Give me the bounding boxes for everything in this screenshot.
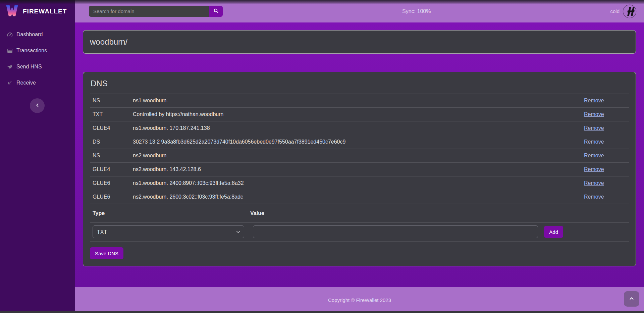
search-icon (213, 8, 219, 14)
dns-record-row: GLUE6 ns2.woodburn. 2600:3c02::f03c:93ff… (90, 190, 629, 204)
brand-link[interactable]: FIREWALLET (0, 0, 75, 22)
search-input[interactable] (89, 6, 209, 17)
sidebar-item-label: Dashboard (16, 32, 43, 38)
record-action-cell: Remove (584, 194, 628, 200)
record-type: GLUE4 (93, 166, 133, 172)
dns-record-row: GLUE4 ns1.woodburn. 170.187.241.138 Remo… (90, 121, 629, 135)
add-record-button[interactable]: Add (544, 226, 563, 238)
sidebar-item-label: Receive (16, 80, 36, 86)
record-remove-link[interactable]: Remove (584, 153, 604, 158)
sync-status: Sync: 100% (223, 8, 610, 14)
record-value: ns2.woodburn. 2600:3c02::f03c:93ff:fe5a:… (133, 194, 584, 200)
record-type: GLUE6 (93, 180, 133, 186)
record-value-input[interactable] (253, 225, 538, 238)
record-value: ns2.woodburn. (133, 153, 584, 159)
dashboard-gauge-icon (7, 32, 13, 38)
firewallet-logo-icon (5, 5, 19, 18)
sidebar-item-dashboard[interactable]: Dashboard (0, 27, 75, 43)
record-type: GLUE6 (93, 194, 133, 200)
record-remove-link[interactable]: Remove (584, 194, 604, 200)
main-area: woodburn/ DNS NS ns1.woodburn. Remove TX… (75, 22, 644, 287)
receive-arrow-icon (7, 80, 13, 86)
dns-record-row: TXT Controlled by https://nathan.woodbur… (90, 108, 629, 121)
app-root: FIREWALLET Dashboard (0, 0, 644, 313)
sidebar: FIREWALLET Dashboard (0, 0, 75, 313)
dns-record-row: NS ns2.woodburn. Remove (90, 149, 629, 163)
record-type: NS (93, 98, 133, 104)
sidebar-item-receive[interactable]: Receive (0, 75, 75, 91)
sidebar-item-transactions[interactable]: Transactions (0, 43, 75, 59)
chevron-up-icon (629, 296, 634, 302)
record-value: 30273 13 2 9a3a8fb3d625d2a2073d740f10da6… (133, 139, 584, 145)
dns-section-title: DNS (91, 79, 629, 88)
record-remove-link[interactable]: Remove (584, 111, 604, 117)
page-title: woodburn/ (90, 37, 127, 47)
record-remove-link[interactable]: Remove (584, 166, 604, 172)
value-column-header: Value (250, 210, 628, 216)
record-value: ns1.woodburn. 2400:8907::f03c:93ff:fe5a:… (133, 180, 584, 186)
transactions-table-icon (7, 48, 13, 54)
record-type: TXT (93, 111, 133, 117)
dns-record-row: DS 30273 13 2 9a3a8fb3d625d2a2073d740f10… (90, 135, 629, 149)
record-action-cell: Remove (584, 139, 628, 145)
record-type-select-wrap: TXT (93, 225, 244, 238)
domain-search (89, 6, 223, 17)
send-plane-icon (7, 64, 13, 70)
record-remove-link[interactable]: Remove (584, 98, 604, 103)
dns-record-row: GLUE6 ns1.woodburn. 2400:8907::f03c:93ff… (90, 176, 629, 190)
record-remove-link[interactable]: Remove (584, 180, 604, 186)
search-button[interactable] (209, 6, 223, 17)
domain-title-card: woodburn/ (83, 30, 636, 54)
record-action-cell: Remove (584, 125, 628, 131)
footer: Copyright © FireWallet 2023 (75, 287, 644, 313)
record-action-cell: Remove (584, 180, 628, 186)
dns-record-row: GLUE4 ns2.woodburn. 143.42.128.6 Remove (90, 163, 629, 176)
sidebar-item-label: Send HNS (16, 64, 42, 70)
record-type: GLUE4 (93, 125, 133, 131)
record-action-cell: Remove (584, 98, 628, 104)
sidebar-collapse-button[interactable] (30, 98, 45, 113)
record-value: Controlled by https://nathan.woodburn (133, 111, 584, 117)
wallet-indicator: cold (610, 4, 637, 18)
record-type: DS (93, 139, 133, 145)
record-value: ns2.woodburn. 143.42.128.6 (133, 166, 584, 172)
sidebar-nav: Dashboard Transactions Send HNS (0, 22, 75, 91)
chevron-left-icon (35, 103, 40, 109)
wallet-name: cold (610, 8, 620, 14)
record-remove-link[interactable]: Remove (584, 139, 604, 145)
record-value: ns1.woodburn. 170.187.241.138 (133, 125, 584, 131)
copyright-text: Copyright © FireWallet 2023 (328, 297, 391, 303)
content-column: Sync: 100% cold woodburn/ (75, 0, 644, 313)
dns-records: NS ns1.woodburn. Remove TXT Controlled b… (90, 94, 629, 204)
dns-record-row: NS ns1.woodburn. Remove (90, 94, 629, 108)
record-action-cell: Remove (584, 153, 628, 159)
dns-card: DNS NS ns1.woodburn. Remove TXT Controll… (83, 72, 636, 266)
save-dns-button[interactable]: Save DNS (90, 247, 123, 259)
record-action-cell: Remove (584, 166, 628, 172)
record-remove-link[interactable]: Remove (584, 125, 604, 131)
dns-form-headers: Type Value (90, 204, 629, 223)
type-column-header: Type (93, 210, 250, 216)
brand-name: FIREWALLET (23, 8, 67, 15)
record-value: ns1.woodburn. (133, 98, 584, 104)
handshake-icon[interactable] (623, 4, 637, 18)
topbar: Sync: 100% cold (75, 0, 644, 22)
record-action-cell: Remove (584, 111, 628, 117)
record-type: NS (93, 153, 133, 159)
scroll-to-top-button[interactable] (624, 291, 639, 307)
sidebar-item-send-hns[interactable]: Send HNS (0, 59, 75, 75)
sidebar-item-label: Transactions (16, 48, 47, 54)
dns-add-record-row: TXT Add (90, 223, 629, 242)
record-type-select[interactable]: TXT (93, 225, 244, 238)
